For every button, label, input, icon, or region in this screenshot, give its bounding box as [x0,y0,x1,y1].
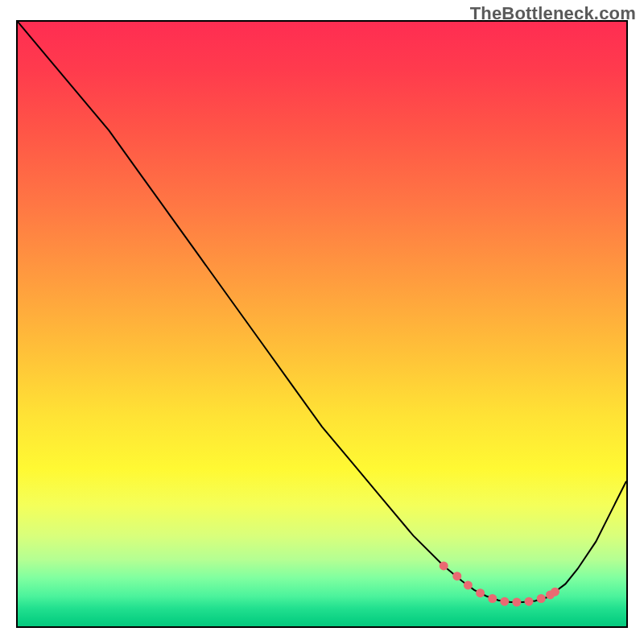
optimum-dot [452,572,461,580]
optimum-dot [551,588,559,597]
curve-svg [18,22,626,626]
optimum-dot [476,588,485,597]
optimum-dot [512,598,521,607]
bottleneck-curve [18,22,626,602]
optimum-dot [500,597,509,606]
optimum-dot [440,561,448,570]
optimum-dot [464,580,473,589]
chart-canvas: TheBottleneck.com [0,0,644,644]
plot-area [16,20,628,628]
optimum-dot [537,594,546,603]
watermark-text: TheBottleneck.com [470,3,636,24]
optimum-dot [525,597,534,606]
optimum-dot [488,594,497,603]
